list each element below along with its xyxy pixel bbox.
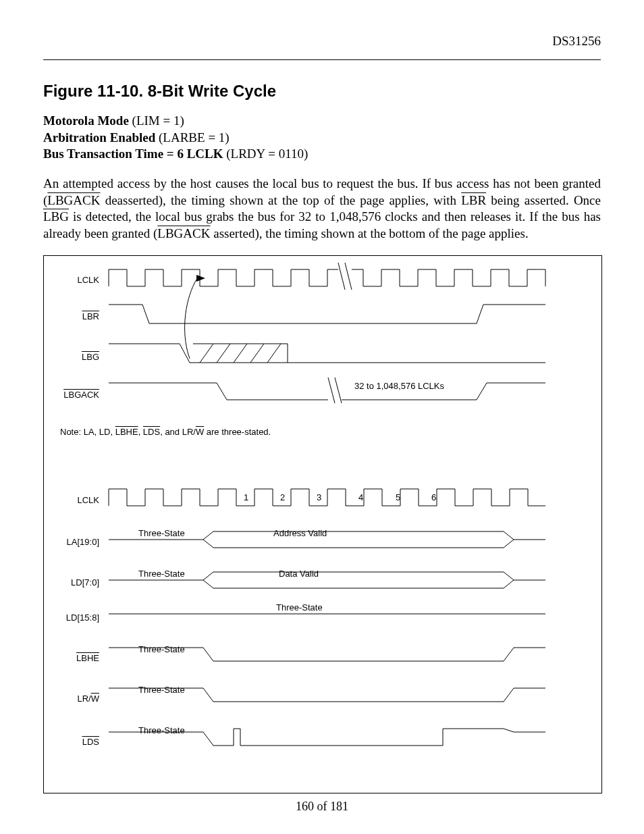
body-seg-c: being asserted. Once bbox=[486, 193, 601, 207]
ov-lbgack-2: LBGACK bbox=[157, 226, 210, 240]
arrowhead-icon bbox=[196, 275, 205, 282]
timing-diagram: LCLK LBR LBG LBGACK 32 to 1,048,576 LCLK… bbox=[43, 255, 602, 793]
wave-ld7 bbox=[109, 572, 545, 588]
mode-block: Motorola Mode (LIM = 1) Arbitration Enab… bbox=[43, 113, 601, 163]
body-paragraph: An attempted access by the host causes t… bbox=[43, 176, 601, 242]
wave-lbg bbox=[109, 344, 545, 363]
ov-lbr: LBR bbox=[461, 193, 486, 207]
body-seg-b: deasserted), the timing shown at the top… bbox=[100, 193, 461, 207]
mode-3-bold: Bus Transaction Time = 6 LCLK bbox=[43, 147, 223, 161]
mode-3-rest: (LRDY = 0110) bbox=[223, 147, 308, 161]
body-seg-e: asserted), the timing shown at the botto… bbox=[210, 226, 528, 240]
wave-lclk-bottom bbox=[109, 489, 545, 506]
mode-1-bold: Motorola Mode bbox=[43, 113, 129, 128]
wave-la bbox=[109, 531, 545, 548]
mode-2-rest: (LARBE = 1) bbox=[155, 130, 229, 145]
wave-lrw bbox=[109, 688, 545, 702]
mode-line-3: Bus Transaction Time = 6 LCLK (LRDY = 01… bbox=[43, 146, 601, 163]
ov-lbgack-1: LBGACK bbox=[47, 193, 100, 207]
mode-line-2: Arbitration Enabled (LARBE = 1) bbox=[43, 130, 601, 147]
ov-lbg: LBG bbox=[43, 209, 69, 224]
page: DS31256 Figure 11-10. 8-Bit Write Cycle … bbox=[0, 0, 644, 834]
wave-lbhe bbox=[109, 648, 545, 661]
figure-title: Figure 11-10. 8-Bit Write Cycle bbox=[43, 82, 601, 101]
wave-lbr bbox=[109, 305, 545, 323]
wave-lbgack bbox=[109, 377, 545, 403]
timing-svg bbox=[44, 256, 601, 793]
page-number: 160 of 181 bbox=[0, 800, 644, 814]
doc-id: DS31256 bbox=[43, 34, 601, 49]
dependency-curve bbox=[185, 280, 196, 359]
wave-lclk-top bbox=[109, 263, 545, 290]
mode-2-bold: Arbitration Enabled bbox=[43, 130, 155, 145]
header-rule bbox=[43, 59, 601, 60]
wave-lds bbox=[109, 729, 545, 746]
mode-line-1: Motorola Mode (LIM = 1) bbox=[43, 113, 601, 130]
mode-1-rest: (LIM = 1) bbox=[129, 113, 184, 128]
